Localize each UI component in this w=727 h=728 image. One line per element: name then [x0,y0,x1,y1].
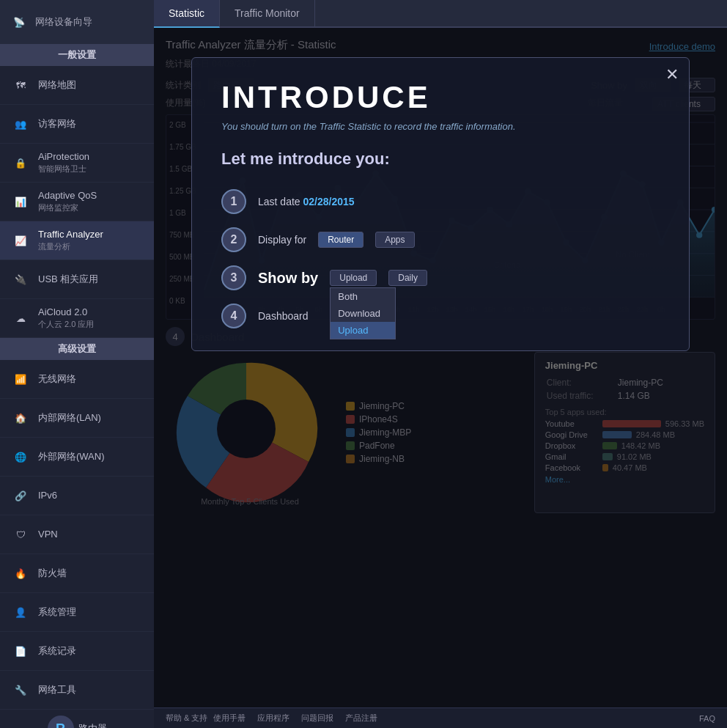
step2-router-btn[interactable]: Router [318,232,364,248]
sidebar-item-aicloud[interactable]: ☁ AiCloud 2.0 个人云 2.0 应用 [0,299,154,338]
step4-text: Dashboard [258,310,309,322]
sidebar-item-vpn[interactable]: 🛡 VPN [0,515,154,554]
main-panel: Statistic Traffic Monitor Traffic Analyz… [154,0,727,728]
footer-link-apps[interactable]: 应用程序 [257,713,289,724]
footer: 帮助 & 支持 使用手册 应用程序 问题回报 产品注册 FAQ [154,707,727,728]
footer-faq[interactable]: FAQ [699,714,715,723]
sidebar-item-guest-network[interactable]: 👥 访客网络 [0,105,154,144]
sidebar-brand: R 路由器 [0,710,154,728]
showby-opt-upload[interactable]: Upload [331,322,395,339]
intro-step-2: 2 Display for Router Apps [221,227,660,252]
step3-upload-btn[interactable]: Upload [330,270,377,286]
step3-text: Show by [258,270,318,287]
main-tabs: Statistic Traffic Monitor [154,0,727,28]
sidebar-section-general: 一般设置 [0,44,154,66]
step3-num: 3 [221,265,246,290]
brand-logo: R [48,716,74,728]
introduce-title: INTRODUCE [221,80,660,115]
step1-num: 1 [221,189,246,214]
intro-step-3: 3 Show by Upload Both Download Upload Da… [221,265,660,290]
tab-traffic-monitor[interactable]: Traffic Monitor [220,0,315,26]
step3-daily-btn[interactable]: Daily [388,270,427,286]
sidebar-item-net-tools[interactable]: 🔧 网络工具 [0,671,154,710]
intro-step-1: 1 Last date 02/28/2015 [221,189,660,214]
showby-opt-both[interactable]: Both [331,288,395,305]
step2-num: 2 [221,227,246,252]
lan-icon: 🏠 [9,406,32,430]
introduce-body: Let me introduce you: [221,150,660,169]
footer-link-manual[interactable]: 使用手册 [213,713,246,724]
sidebar-item-firewall[interactable]: 🔥 防火墙 [0,554,154,593]
sidebar-top: 📡 网络设备向导 [0,0,154,44]
adaptive-qos-icon: 📊 [9,190,32,213]
sidebar-top-network-wizard[interactable]: 📡 网络设备向导 [0,6,154,38]
step1-text: Last date 02/28/2015 [258,196,355,207]
traffic-analyzer-icon: 📈 [9,229,32,252]
sidebar-item-adaptive-qos[interactable]: 📊 Adaptive QoS 网络监控家 [0,183,154,221]
sidebar-section-advanced: 高级设置 [0,338,154,360]
usb-icon: 🔌 [9,268,32,291]
sidebar-item-ipv6[interactable]: 🔗 IPv6 [0,477,154,515]
introduce-overlay: ✕ INTRODUCE You should turn on the Traff… [154,28,727,707]
footer-link-register[interactable]: 产品注册 [345,713,377,724]
firewall-icon: 🔥 [9,562,32,585]
sidebar-item-usb-apps[interactable]: 🔌 USB 相关应用 [0,260,154,299]
network-map-icon: 🗺 [9,73,32,97]
network-wizard-icon: 📡 [9,12,29,32]
tab-statistic[interactable]: Statistic [154,0,220,28]
close-button[interactable]: ✕ [665,65,679,84]
wireless-icon: 📶 [9,367,32,391]
sidebar-item-traffic-analyzer[interactable]: 📈 Traffic Analyzer 流量分析 [0,221,154,260]
sidebar: 📡 网络设备向导 一般设置 🗺 网络地图 👥 访客网络 🔒 AiProtecti… [0,0,154,728]
sysadmin-icon: 👤 [9,600,32,624]
sidebar-item-aiprotection[interactable]: 🔒 AiProtection 智能网络卫士 [0,144,154,183]
footer-links: 使用手册 应用程序 问题回报 产品注册 [213,713,377,724]
main-content: Traffic Analyzer 流量分析 - Statistic Introd… [154,28,727,707]
sidebar-item-sysadmin[interactable]: 👤 系统管理 [0,593,154,632]
sidebar-item-lan[interactable]: 🏠 内部网络(LAN) [0,399,154,438]
showby-dropdown: Upload Both Download Upload [330,270,377,286]
sidebar-item-wireless[interactable]: 📶 无线网络 [0,360,154,399]
guest-network-icon: 👥 [9,112,32,136]
step4-num: 4 [221,304,246,328]
footer-support: 帮助 & 支持 [166,713,207,724]
sidebar-item-syslog[interactable]: 📄 系统记录 [0,632,154,671]
footer-link-feedback[interactable]: 问题回报 [301,713,333,724]
wan-icon: 🌐 [9,445,32,468]
introduce-panel: ✕ INTRODUCE You should turn on the Traff… [191,57,690,351]
step2-text: Display for [258,234,306,246]
aiprotection-icon: 🔒 [9,151,32,174]
showby-opt-download[interactable]: Download [331,305,395,322]
vpn-icon: 🛡 [9,523,32,546]
sidebar-item-wan[interactable]: 🌐 外部网络(WAN) [0,438,154,477]
showby-options-list: Both Download Upload [330,287,396,339]
introduce-steps: 1 Last date 02/28/2015 2 Display for Rou… [221,189,660,328]
introduce-subtitle: You should turn on the Traffic Statistic… [221,121,660,132]
net-tools-icon: 🔧 [9,678,32,702]
aicloud-icon: ☁ [9,306,32,330]
step2-apps-btn[interactable]: Apps [375,232,414,248]
ipv6-icon: 🔗 [9,484,32,507]
intro-step-4: 4 Dashboard [221,304,660,328]
sidebar-item-network-map[interactable]: 🗺 网络地图 [0,66,154,105]
syslog-icon: 📄 [9,639,32,663]
